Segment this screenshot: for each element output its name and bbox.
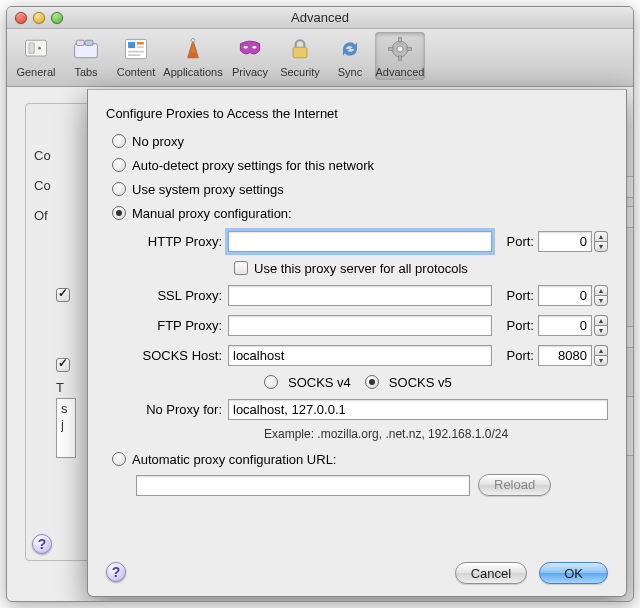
option-label: Auto-detect proxy settings for this netw… <box>132 158 374 173</box>
toolbar-label: Sync <box>338 66 362 78</box>
svg-rect-12 <box>190 53 195 58</box>
checkbox-icon <box>234 261 248 275</box>
socks-port-input[interactable] <box>538 345 592 366</box>
svg-rect-11 <box>128 54 140 56</box>
ssl-proxy-input[interactable] <box>228 285 492 306</box>
titlebar: Advanced <box>7 7 633 29</box>
window-title: Advanced <box>7 10 633 25</box>
toolbar-label: Advanced <box>376 66 425 78</box>
toolbar-sync[interactable]: Sync <box>325 32 375 80</box>
reload-button[interactable]: Reload <box>478 474 551 496</box>
ftp-proxy-input[interactable] <box>228 315 492 336</box>
close-window-button[interactable] <box>15 12 27 24</box>
option-auto-detect[interactable]: Auto-detect proxy settings for this netw… <box>112 155 608 175</box>
option-label: Use system proxy settings <box>132 182 284 197</box>
option-label: Manual proxy configuration: <box>132 206 292 221</box>
traffic-lights <box>7 12 63 24</box>
zoom-window-button[interactable] <box>51 12 63 24</box>
option-manual-proxy[interactable]: Manual proxy configuration: <box>112 203 608 223</box>
toolbar-label: General <box>16 66 55 78</box>
port-label: Port: <box>492 318 538 333</box>
ftp-port-input[interactable] <box>538 315 592 336</box>
http-port-stepper[interactable]: ▲ ▼ <box>594 231 608 252</box>
radio-icon <box>112 182 126 196</box>
toolbar-security[interactable]: Security <box>275 32 325 80</box>
socks-host-label: SOCKS Host: <box>136 348 228 363</box>
option-no-proxy[interactable]: No proxy <box>112 131 608 151</box>
ftp-proxy-label: FTP Proxy: <box>136 318 228 333</box>
stepper-down-icon[interactable]: ▼ <box>594 355 608 366</box>
ssl-port-stepper[interactable]: ▲ ▼ <box>594 285 608 306</box>
preferences-window: Advanced General Tabs Content Applicati <box>6 6 634 602</box>
toolbar-applications[interactable]: Applications <box>161 32 225 80</box>
cancel-button[interactable]: Cancel <box>455 562 527 584</box>
svg-rect-16 <box>293 47 307 58</box>
svg-rect-22 <box>407 48 411 51</box>
minimize-window-button[interactable] <box>33 12 45 24</box>
http-proxy-input[interactable] <box>228 231 492 252</box>
auto-config-url-input[interactable] <box>136 475 470 496</box>
toolbar-label: Applications <box>163 66 222 78</box>
preferences-toolbar: General Tabs Content Applications Privac… <box>7 29 633 87</box>
no-proxy-input[interactable] <box>228 399 608 420</box>
svg-point-18 <box>397 46 403 52</box>
ftp-port-stepper[interactable]: ▲ ▼ <box>594 315 608 336</box>
obscured-text: Co <box>34 178 51 193</box>
switch-icon <box>21 34 51 64</box>
option-auto-config-url[interactable]: Automatic proxy configuration URL: <box>112 449 608 469</box>
toolbar-content[interactable]: Content <box>111 32 161 80</box>
obscured-text: Co <box>34 148 51 163</box>
svg-rect-8 <box>137 42 144 45</box>
obscured-text: Of <box>34 208 48 223</box>
stepper-up-icon[interactable]: ▲ <box>594 315 608 325</box>
option-label: Automatic proxy configuration URL: <box>132 452 336 467</box>
proxy-settings-sheet: Configure Proxies to Access the Internet… <box>87 89 627 597</box>
stepper-up-icon[interactable]: ▲ <box>594 285 608 295</box>
http-port-input[interactable] <box>538 231 592 252</box>
use-for-all-label: Use this proxy server for all protocols <box>254 261 468 276</box>
svg-rect-7 <box>128 42 135 48</box>
svg-rect-19 <box>399 38 402 42</box>
content-icon <box>121 34 151 64</box>
use-for-all-row[interactable]: Use this proxy server for all protocols <box>234 259 608 277</box>
stepper-down-icon[interactable]: ▼ <box>594 295 608 306</box>
gear-icon <box>385 34 415 64</box>
obscured-checkbox <box>56 358 70 372</box>
sync-icon <box>335 34 365 64</box>
svg-rect-21 <box>389 48 393 51</box>
stepper-down-icon[interactable]: ▼ <box>594 325 608 336</box>
ssl-proxy-row: SSL Proxy: Port: ▲ ▼ <box>136 283 608 307</box>
radio-icon <box>112 134 126 148</box>
svg-rect-4 <box>76 40 84 45</box>
ssl-port-input[interactable] <box>538 285 592 306</box>
mask-icon <box>235 34 265 64</box>
help-button[interactable]: ? <box>32 534 52 554</box>
toolbar-general[interactable]: General <box>11 32 61 80</box>
svg-rect-5 <box>85 40 93 45</box>
radio-icon[interactable] <box>264 375 278 389</box>
ok-button[interactable]: OK <box>539 562 608 584</box>
stepper-up-icon[interactable]: ▲ <box>594 231 608 241</box>
svg-point-15 <box>252 46 256 49</box>
toolbar-tabs[interactable]: Tabs <box>61 32 111 80</box>
svg-point-14 <box>243 46 247 49</box>
option-system-proxy[interactable]: Use system proxy settings <box>112 179 608 199</box>
applications-icon <box>178 34 208 64</box>
radio-icon[interactable] <box>365 375 379 389</box>
socks-v4-label[interactable]: SOCKS v4 <box>288 375 351 390</box>
ssl-proxy-label: SSL Proxy: <box>136 288 228 303</box>
stepper-up-icon[interactable]: ▲ <box>594 345 608 355</box>
socks-version-row: SOCKS v4 SOCKS v5 <box>264 373 608 391</box>
toolbar-advanced[interactable]: Advanced <box>375 32 425 80</box>
no-proxy-example: Example: .mozilla.org, .net.nz, 192.168.… <box>264 427 608 441</box>
stepper-down-icon[interactable]: ▼ <box>594 241 608 252</box>
ftp-proxy-row: FTP Proxy: Port: ▲ ▼ <box>136 313 608 337</box>
toolbar-label: Tabs <box>74 66 97 78</box>
socks-port-stepper[interactable]: ▲ ▼ <box>594 345 608 366</box>
socks-v5-label[interactable]: SOCKS v5 <box>389 375 452 390</box>
obscured-checkbox <box>56 288 70 302</box>
help-button[interactable]: ? <box>106 562 126 582</box>
toolbar-privacy[interactable]: Privacy <box>225 32 275 80</box>
socks-host-input[interactable] <box>228 345 492 366</box>
radio-icon <box>112 158 126 172</box>
